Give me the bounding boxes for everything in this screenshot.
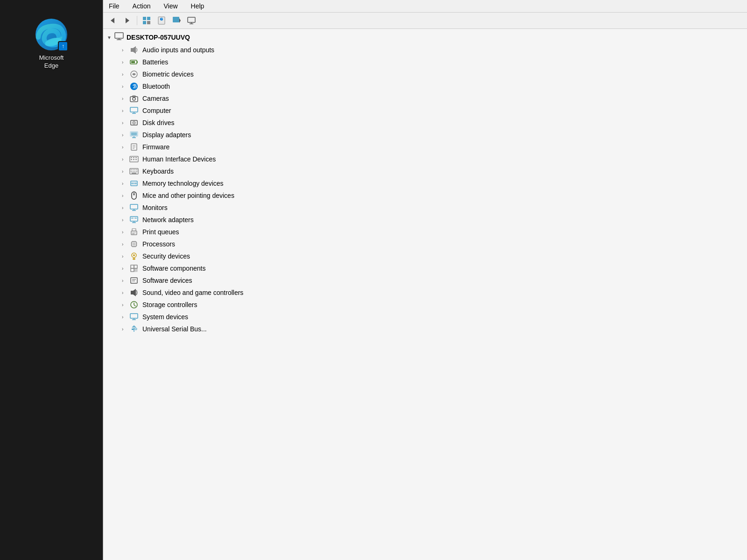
device-item-software-dev[interactable]: › Software devices	[103, 274, 747, 287]
svg-rect-55	[136, 169, 137, 170]
device-item-batteries[interactable]: › Batteries	[103, 56, 747, 68]
firmware-expand: ›	[122, 145, 127, 150]
device-item-processors[interactable]: › Processors	[103, 238, 747, 250]
display-icon	[129, 130, 139, 140]
svg-rect-46	[133, 157, 134, 158]
svg-rect-60	[132, 173, 136, 174]
computer-node[interactable]: ▼ DESKTOP-057UUVQ	[103, 31, 747, 44]
batteries-icon	[129, 57, 139, 67]
update-driver-icon	[172, 16, 181, 25]
cameras-expand: ›	[122, 96, 127, 101]
processors-label: Processors	[142, 240, 175, 248]
usb-icon	[129, 324, 139, 334]
memory-expand: ›	[122, 181, 127, 186]
batteries-expand: ›	[122, 60, 127, 65]
firmware-icon	[129, 142, 139, 152]
device-item-bluetooth[interactable]: › ℬ Bluetooth	[103, 80, 747, 92]
device-item-biometric[interactable]: › Biometric devices	[103, 68, 747, 80]
svg-rect-4	[143, 17, 146, 20]
device-item-storage[interactable]: › Storage controllers	[103, 299, 747, 311]
device-item-system[interactable]: › System devices	[103, 311, 747, 323]
sound-expand: ›	[122, 290, 127, 295]
print-icon	[129, 227, 139, 237]
menu-view[interactable]: View	[162, 1, 179, 11]
keyboards-icon	[129, 167, 139, 176]
device-item-display[interactable]: › Display adapters	[103, 129, 747, 141]
svg-rect-75	[134, 217, 137, 219]
device-item-disk[interactable]: › Disk drives	[103, 117, 747, 129]
memory-icon	[129, 179, 139, 188]
svg-rect-101	[131, 291, 133, 294]
forward-button[interactable]	[121, 14, 134, 27]
keyboards-expand: ›	[122, 169, 127, 174]
device-item-keyboards[interactable]: › Keyboards	[103, 165, 747, 177]
audio-label: Audio inputs and outputs	[142, 46, 214, 54]
sound-label: Sound, video and game controllers	[142, 289, 243, 296]
device-item-usb[interactable]: › Universal Serial Bus...	[103, 323, 747, 335]
edge-label: Microsoft Edge	[39, 54, 64, 70]
svg-rect-95	[134, 265, 137, 268]
monitor-button[interactable]	[185, 14, 198, 27]
firmware-label: Firmware	[142, 143, 169, 151]
device-item-print[interactable]: › Print queues	[103, 226, 747, 238]
network-icon	[129, 215, 139, 224]
device-item-computer[interactable]: › Computer	[103, 105, 747, 117]
computer-node-label: DESKTOP-057UUVQ	[127, 34, 190, 41]
svg-text:ℬ: ℬ	[133, 84, 137, 89]
software-comp-icon	[129, 264, 139, 273]
svg-point-67	[134, 194, 135, 195]
svg-rect-37	[131, 133, 137, 135]
disk-icon	[129, 118, 139, 127]
device-item-security[interactable]: › Security devices	[103, 250, 747, 262]
device-item-firmware[interactable]: › Firmware	[103, 141, 747, 153]
svg-rect-64	[135, 182, 136, 184]
svg-rect-19	[131, 48, 133, 52]
svg-rect-7	[147, 21, 150, 24]
print-label: Print queues	[142, 228, 179, 236]
device-item-software-comp[interactable]: › Software components	[103, 262, 747, 274]
hid-icon	[129, 154, 139, 164]
device-item-sound[interactable]: › Sound, video and game controllers	[103, 287, 747, 299]
mice-expand: ›	[122, 193, 127, 198]
computer-node-icon	[114, 32, 124, 42]
device-item-audio[interactable]: › Audio inputs and outputs	[103, 44, 747, 56]
device-item-cameras[interactable]: › Cameras	[103, 92, 747, 105]
device-tree[interactable]: ▼ DESKTOP-057UUVQ › Audio inputs and out…	[103, 29, 747, 560]
monitors-label: Monitors	[142, 204, 168, 211]
svg-rect-104	[130, 314, 138, 318]
bluetooth-label: Bluetooth	[142, 83, 170, 90]
device-item-memory[interactable]: › Memory technology devices	[103, 177, 747, 189]
storage-label: Storage controllers	[142, 301, 197, 308]
software-comp-expand: ›	[122, 266, 127, 271]
security-icon	[129, 252, 139, 261]
microsoft-edge-icon[interactable]: ↑ Microsoft Edge	[31, 14, 72, 74]
disk-expand: ›	[122, 120, 127, 126]
storage-icon	[129, 300, 139, 309]
device-item-network[interactable]: › Network adapters	[103, 214, 747, 226]
properties-button[interactable]: ?	[155, 14, 168, 27]
monitors-icon	[129, 203, 139, 212]
device-item-mice[interactable]: › Mice and other pointing devices	[103, 189, 747, 202]
back-button[interactable]	[106, 14, 119, 27]
software-comp-label: Software components	[142, 265, 205, 272]
usb-expand: ›	[122, 327, 127, 332]
svg-point-35	[134, 122, 134, 123]
network-expand: ›	[122, 217, 127, 223]
menu-action[interactable]: Action	[131, 1, 153, 11]
menu-file[interactable]: File	[107, 1, 121, 11]
svg-rect-5	[147, 17, 150, 20]
show-hide-button[interactable]	[140, 14, 153, 27]
update-driver-button[interactable]	[170, 14, 183, 27]
svg-rect-98	[131, 278, 137, 283]
usb-label: Universal Serial Bus...	[142, 325, 207, 333]
menu-help[interactable]: Help	[189, 1, 206, 11]
svg-marker-102	[133, 289, 136, 296]
svg-rect-6	[143, 21, 146, 24]
svg-marker-20	[133, 46, 136, 54]
audio-icon	[129, 45, 139, 55]
svg-rect-57	[133, 171, 134, 172]
device-item-monitors[interactable]: › Monitors	[103, 202, 747, 214]
svg-rect-22	[137, 61, 138, 63]
device-item-hid[interactable]: › Human Interface Devices	[103, 153, 747, 165]
system-icon	[129, 312, 139, 322]
